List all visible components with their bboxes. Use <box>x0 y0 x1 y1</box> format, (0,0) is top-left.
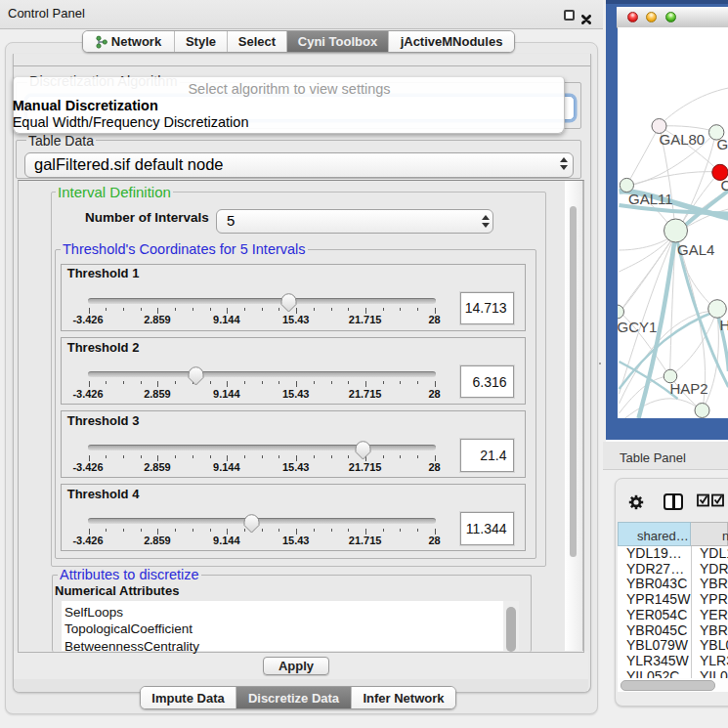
svg-text:GAL4: GAL4 <box>677 241 714 258</box>
svg-text:GAL11: GAL11 <box>628 191 673 207</box>
svg-text:GAL80: GAL80 <box>659 131 705 148</box>
svg-text:C: C <box>720 177 728 193</box>
svg-text:G.: G. <box>716 136 728 152</box>
svg-text:H: H <box>719 317 728 333</box>
svg-text:GCY1: GCY1 <box>618 319 657 335</box>
svg-text:HAP2: HAP2 <box>669 380 707 397</box>
